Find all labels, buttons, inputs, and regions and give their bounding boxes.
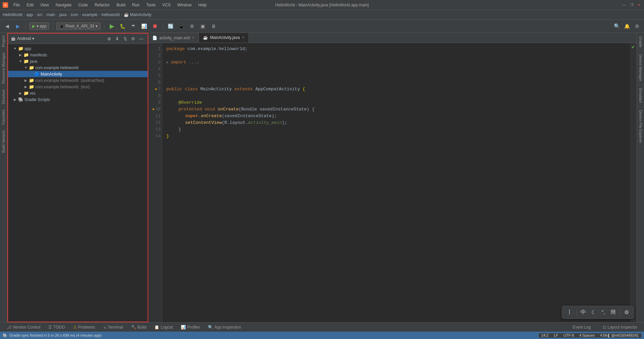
minimize-button[interactable]: —: [622, 3, 627, 7]
avd-button[interactable]: 📱: [177, 22, 186, 31]
bottom-tab-logcat[interactable]: 📋 Logcat: [150, 324, 177, 331]
tab-activity-main-xml[interactable]: 📄 activity_main.xml ✕: [148, 33, 199, 43]
right-tab-device-manager[interactable]: Device Manager: [637, 51, 644, 85]
coverage-button[interactable]: ☂: [129, 22, 138, 31]
tab-label-activity-main: activity_main.xml: [159, 36, 190, 40]
logcat-icon: 📋: [154, 325, 159, 330]
panel-settings[interactable]: ⚙: [129, 35, 137, 42]
sync-button[interactable]: 🔄: [166, 22, 175, 31]
tree-label-test: com.example.helloworld: [35, 85, 78, 89]
left-tab-favorites[interactable]: Favorites: [0, 107, 7, 127]
menu-run[interactable]: Run: [129, 1, 143, 9]
stop-button[interactable]: ⏹: [151, 22, 159, 31]
app-config-dropdown[interactable]: ▶ ▾ app: [29, 22, 49, 30]
project-panel-dropdown-arrow[interactable]: ▾: [32, 36, 34, 41]
run-button[interactable]: ▶: [108, 22, 116, 31]
left-tab-project[interactable]: Project: [0, 33, 7, 50]
tree-item-androidtest[interactable]: ▶ 📁 com.example.helloworld (androidTest): [8, 77, 148, 84]
device-manager-button[interactable]: 🖥: [209, 22, 218, 31]
tree-item-manifests[interactable]: ▶ 📁 manifests: [8, 52, 148, 58]
tree-item-gradle[interactable]: ▶ 🐘 Gradle Scripts: [8, 96, 148, 103]
menu-build[interactable]: Build: [113, 1, 129, 9]
bottom-tab-build[interactable]: 🔨 Build: [127, 324, 151, 331]
breadcrumb-helloworld[interactable]: HelloWorld: [3, 12, 22, 17]
debug-button[interactable]: 🐛: [118, 22, 127, 31]
notifications-button[interactable]: 🔔: [623, 22, 631, 31]
panel-collapse-all[interactable]: ⬇: [113, 35, 121, 42]
bottom-tab-problems[interactable]: ⚠ Problems: [69, 324, 99, 331]
app-inspection-icon: 🔍: [208, 325, 213, 330]
maximize-button[interactable]: ❐: [629, 3, 634, 7]
indent-size: 4 Spaces: [579, 333, 595, 337]
tab-close-mainactivity[interactable]: ✕: [242, 36, 245, 39]
breadcrumb-src[interactable]: src: [37, 12, 43, 17]
floating-toolbar: 丨 中 ☾ °, 簡 ⚙: [562, 306, 634, 319]
tree-item-app[interactable]: ▼ 📁 app: [8, 45, 148, 52]
code-content[interactable]: package com.example.helloworld; ▶import …: [162, 43, 630, 322]
layout-editor-button[interactable]: ▣: [199, 22, 207, 31]
tree-item-res[interactable]: ▶ 📁 res: [8, 90, 148, 96]
menu-navigate[interactable]: Navigate: [52, 1, 75, 9]
float-dot-icon[interactable]: °,: [600, 309, 606, 316]
float-simplified-icon[interactable]: 簡: [609, 308, 617, 317]
folder-icon-res: 📁: [23, 91, 29, 96]
profiler-label: Profiler: [187, 325, 200, 330]
breadcrumb-main[interactable]: main: [47, 12, 55, 17]
breadcrumb-app[interactable]: app: [26, 12, 33, 17]
menu-vcs[interactable]: VCS: [159, 1, 174, 9]
breadcrumb-java[interactable]: java: [59, 12, 67, 17]
sdk-button[interactable]: ⚙: [188, 22, 197, 31]
breadcrumb-helloworld2[interactable]: helloworld: [102, 12, 120, 17]
bottom-tab-version-control[interactable]: ⎇ Version Control: [3, 324, 44, 331]
tree-item-mainactivity[interactable]: 🔵 MainActivity: [8, 71, 148, 77]
menu-window[interactable]: Window: [174, 1, 195, 9]
float-divider-icon[interactable]: 丨: [566, 308, 574, 317]
git-info: 4:56❰ @m0165489242: [600, 333, 639, 338]
left-tab-build-variants[interactable]: Build Variants: [0, 128, 7, 155]
forward-button[interactable]: ▶: [13, 22, 22, 31]
bottom-tab-app-inspection[interactable]: 🔍 App Inspection: [204, 324, 245, 331]
settings-button[interactable]: ⚙: [633, 22, 641, 31]
panel-minimize[interactable]: —: [138, 35, 145, 42]
event-log-button[interactable]: Event Log: [569, 324, 595, 331]
menu-code[interactable]: Code: [75, 1, 91, 9]
breadcrumb-example[interactable]: example: [82, 12, 97, 17]
right-tab-emulator[interactable]: Emulator: [637, 85, 644, 107]
menu-refactor[interactable]: Refactor: [91, 1, 113, 9]
bottom-tab-todo[interactable]: ☰ TODO: [44, 324, 69, 331]
device-dropdown[interactable]: 📱 Pixel_4_API_33 ▾: [56, 22, 100, 30]
tab-mainactivity-java[interactable]: ☕ MainActivity.java ✕: [199, 33, 249, 43]
left-tab-structure[interactable]: Structure: [0, 87, 7, 107]
file-encoding: UTF-8: [564, 333, 574, 337]
project-panel-label: Android: [17, 36, 31, 41]
menu-help[interactable]: Help: [195, 1, 210, 9]
float-chinese-icon[interactable]: 中: [579, 308, 587, 317]
line-numbers: 1 2 3 4 5 6 ▶7 8 9 ▶10 11 12 13 14: [148, 43, 162, 322]
back-button[interactable]: ◀: [3, 22, 11, 31]
right-tab-gradle[interactable]: Gradle: [637, 33, 644, 51]
menu-tools[interactable]: Tools: [143, 1, 159, 9]
float-moon-icon[interactable]: ☾: [590, 308, 597, 316]
folder-icon-androidtest: 📁: [29, 78, 34, 83]
bottom-tab-profiler[interactable]: 📊 Profiler: [177, 324, 204, 331]
breadcrumb-mainactivity[interactable]: MainActivity: [130, 12, 152, 17]
panel-scroll-to-center[interactable]: ⊕: [105, 35, 113, 42]
search-everywhere-button[interactable]: 🔍: [612, 22, 621, 31]
layout-inspector-button[interactable]: ⊡ Layout Inspector: [599, 324, 641, 331]
tree-item-java[interactable]: ▼ 📁 java: [8, 58, 148, 64]
breadcrumb-com[interactable]: com: [71, 12, 78, 17]
close-button[interactable]: ✕: [637, 3, 641, 7]
left-tab-resource-manager[interactable]: Resource Manager: [0, 50, 7, 87]
tab-close-activity-main[interactable]: ✕: [192, 36, 195, 40]
bottom-tab-terminal[interactable]: ↘ Terminal: [99, 324, 127, 331]
menu-edit[interactable]: Edit: [23, 1, 37, 9]
project-panel-header: 🤖 Android ▾ ⊕ ⬇ ⇅ ⚙ —: [8, 34, 148, 44]
panel-sort[interactable]: ⇅: [121, 35, 129, 42]
tree-item-test[interactable]: ▶ 📁 com.example.helloworld (test): [8, 84, 148, 90]
menu-view[interactable]: View: [37, 1, 52, 9]
tree-item-com-example[interactable]: ▼ 📁 com.example.helloworld: [8, 64, 148, 71]
menu-file[interactable]: File: [10, 1, 23, 9]
float-settings-icon[interactable]: ⚙: [623, 308, 630, 316]
right-tab-device-file-explorer[interactable]: Device File Explorer: [637, 107, 644, 147]
profile-button[interactable]: 📊: [140, 22, 149, 31]
